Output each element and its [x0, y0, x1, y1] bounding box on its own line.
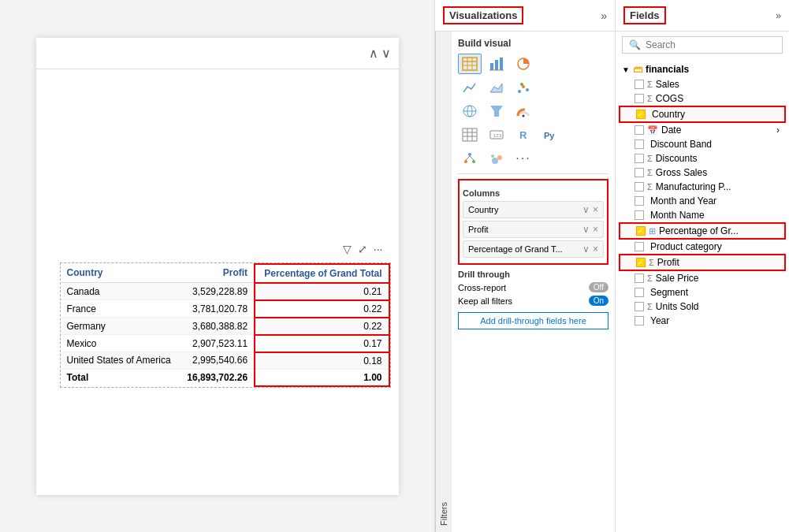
- tree-item-checkbox[interactable]: [635, 125, 644, 135]
- viz-table-icon[interactable]: [458, 54, 482, 74]
- svg-point-29: [468, 153, 471, 156]
- tree-item[interactable]: 📅Date›: [619, 123, 786, 137]
- tree-item[interactable]: ΣSales: [619, 77, 786, 91]
- drill-keep-filters-toggle[interactable]: On: [589, 296, 608, 306]
- tree-item-checkbox[interactable]: [635, 168, 644, 177]
- column-field-label: Profit: [468, 225, 489, 234]
- viz-decomp-icon[interactable]: [458, 148, 482, 169]
- drill-cross-report-toggle[interactable]: Off: [589, 282, 608, 292]
- field-down-icon[interactable]: ∨: [582, 244, 590, 255]
- search-box[interactable]: 🔍: [622, 36, 783, 54]
- viz-card-icon[interactable]: 123: [485, 125, 508, 145]
- tree-item-checkbox[interactable]: [635, 196, 644, 206]
- drill-cross-report-label: Cross-report: [458, 283, 506, 292]
- tree-item-checkbox[interactable]: [635, 302, 644, 311]
- tree-item-label: Units Sold: [656, 301, 780, 312]
- viz-bubble-icon[interactable]: [485, 148, 508, 169]
- field-remove-icon[interactable]: ×: [593, 204, 598, 215]
- table-cell: Mexico: [61, 335, 180, 352]
- search-input[interactable]: [646, 39, 776, 50]
- viz-r-icon[interactable]: R: [512, 125, 535, 145]
- table-cell: 0.18: [255, 352, 389, 370]
- table-footer-cell: 1.00: [255, 369, 389, 386]
- viz-more-icon[interactable]: ···: [512, 148, 535, 169]
- viz-pie-icon[interactable]: [512, 54, 535, 74]
- tree-item[interactable]: Month Name: [619, 208, 786, 222]
- tree-item[interactable]: ΣManufacturing P...: [619, 180, 786, 194]
- column-field-chip[interactable]: Percentage of Grand T... ∨ ×: [463, 240, 604, 258]
- tree-item-label: Segment: [650, 287, 780, 298]
- nav-down-icon[interactable]: ∨: [381, 46, 391, 61]
- tree-item[interactable]: Discount Band: [619, 137, 786, 151]
- tree-item[interactable]: Month and Year: [619, 194, 786, 208]
- svg-point-30: [464, 160, 467, 163]
- tree-item[interactable]: ΣDiscounts: [619, 151, 786, 166]
- viz-gauge-icon[interactable]: [512, 101, 535, 121]
- tree-item[interactable]: ΣGross Sales: [619, 166, 786, 180]
- table-cell: France: [61, 300, 180, 318]
- tree-item-checkbox[interactable]: [635, 273, 644, 283]
- viz-type-row-3: [458, 101, 608, 121]
- viz-line-icon[interactable]: [458, 77, 482, 98]
- add-drill-button[interactable]: Add drill-through fields here: [458, 312, 608, 329]
- fields-panel-header: Fields »: [616, 0, 789, 32]
- field-down-icon[interactable]: ∨: [582, 204, 590, 215]
- viz-divider: [458, 173, 608, 174]
- viz-type-row-1: [458, 54, 608, 74]
- tree-item-checkbox[interactable]: [635, 80, 644, 89]
- col-header-pct[interactable]: Percentage of Grand Total: [255, 264, 389, 283]
- tree-item[interactable]: ΣCOGS: [619, 91, 786, 106]
- field-down-icon[interactable]: ∨: [582, 224, 590, 235]
- tree-item-checkbox[interactable]: [635, 242, 644, 251]
- svg-rect-20: [463, 128, 477, 141]
- sigma-icon: Σ: [647, 80, 653, 89]
- viz-chevron-icon[interactable]: »: [601, 9, 607, 22]
- tree-item[interactable]: Year: [619, 314, 786, 328]
- tree-item[interactable]: ΣSale Price: [619, 271, 786, 285]
- tree-item[interactable]: Product category: [619, 240, 786, 254]
- viz-map-icon[interactable]: [458, 101, 482, 121]
- viz-py-icon[interactable]: Py: [538, 125, 562, 145]
- tree-item-checkbox[interactable]: [636, 226, 646, 236]
- viz-type-row-5: ···: [458, 148, 608, 169]
- filters-tab[interactable]: Filters: [435, 32, 452, 532]
- col-header-country[interactable]: Country: [61, 264, 180, 283]
- tree-item-checkbox[interactable]: [635, 210, 644, 220]
- expand-icon[interactable]: ⤢: [358, 243, 367, 255]
- table-row: Canada3,529,228.890.21: [61, 283, 389, 300]
- tree-item-checkbox[interactable]: [636, 258, 646, 267]
- tree-item[interactable]: Segment: [619, 285, 786, 299]
- tree-item[interactable]: Country: [619, 106, 786, 123]
- viz-area-icon[interactable]: [485, 77, 508, 98]
- tree-item-checkbox[interactable]: [635, 140, 644, 149]
- column-field-chip[interactable]: Profit ∨ ×: [463, 221, 604, 238]
- nav-arrows[interactable]: ∧ ∨: [369, 46, 391, 61]
- tree-item-label: Sales: [656, 79, 780, 90]
- viz-bar-icon[interactable]: [485, 54, 508, 74]
- tree-item[interactable]: ⊞Percentage of Gr...: [619, 222, 786, 240]
- field-remove-icon[interactable]: ×: [593, 224, 598, 235]
- tree-item-checkbox[interactable]: [635, 154, 644, 163]
- nav-up-icon[interactable]: ∧: [369, 46, 378, 61]
- viz-funnel-icon[interactable]: [485, 101, 508, 121]
- tree-item-checkbox[interactable]: [635, 182, 644, 192]
- tree-item-label: Country: [652, 109, 778, 120]
- tree-item[interactable]: ΣProfit: [619, 254, 786, 271]
- viz-scatter-icon[interactable]: [512, 77, 535, 98]
- svg-text:123: 123: [493, 133, 502, 138]
- col-header-profit[interactable]: Profit: [179, 264, 255, 283]
- tree-item-checkbox[interactable]: [636, 110, 646, 119]
- fields-chevron-icon[interactable]: »: [776, 10, 781, 21]
- filter-icon[interactable]: ▽: [343, 243, 352, 255]
- tree-item[interactable]: ΣUnits Sold: [619, 299, 786, 314]
- more-icon[interactable]: ···: [374, 243, 383, 255]
- column-field-chip[interactable]: Country ∨ ×: [463, 201, 604, 218]
- tree-group-header[interactable]: ▼ 🗃 financials: [619, 61, 786, 77]
- viz-matrix-icon[interactable]: [458, 125, 482, 145]
- tree-item-checkbox[interactable]: [635, 316, 644, 326]
- svg-text:Py: Py: [544, 131, 555, 140]
- field-remove-icon[interactable]: ×: [593, 244, 598, 255]
- tree-item-checkbox[interactable]: [635, 94, 644, 103]
- tree-item-checkbox[interactable]: [635, 288, 644, 297]
- tree-item-expand-icon[interactable]: ›: [776, 125, 780, 136]
